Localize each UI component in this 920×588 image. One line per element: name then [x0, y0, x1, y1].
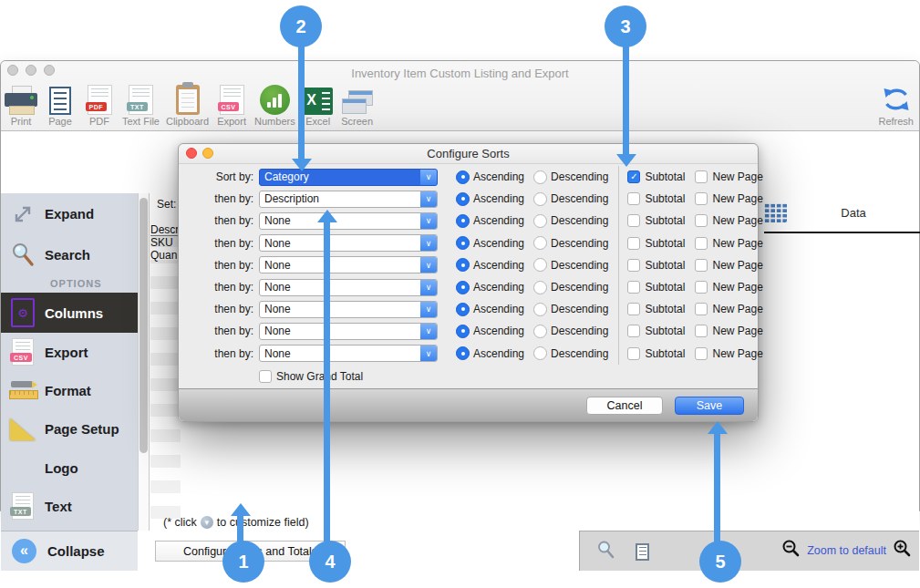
subtotal-checkbox[interactable]: [627, 259, 640, 272]
sort-field-dropdown[interactable]: None ∨: [259, 279, 438, 296]
export-csv-icon: CSV: [1, 338, 45, 366]
numbers-button[interactable]: Numbers: [254, 81, 295, 127]
descending-radio[interactable]: [533, 325, 547, 338]
sidebar-item-columns[interactable]: ⚙ Columns: [1, 293, 138, 333]
chevron-down-icon[interactable]: ∨: [420, 346, 437, 361]
subtotal-checkbox[interactable]: [627, 347, 640, 360]
subtotal-checkbox[interactable]: ✓: [627, 170, 640, 183]
sort-row: then by: None ∨ Ascending Descending Sub…: [179, 343, 758, 365]
ascending-radio[interactable]: [456, 325, 470, 338]
sidebar-collapse-button[interactable]: « Collapse: [1, 531, 138, 571]
screen-button[interactable]: Screen: [341, 81, 374, 127]
zoom-out-icon[interactable]: [781, 539, 801, 562]
pdf-button[interactable]: PDF PDF: [83, 81, 116, 127]
row-divider: [618, 298, 619, 320]
sidebar-item-page-setup[interactable]: Page Setup: [1, 409, 138, 449]
new-page-checkbox[interactable]: [695, 281, 708, 294]
ascending-radio[interactable]: [456, 214, 470, 228]
ascending-radio[interactable]: [456, 303, 470, 316]
sort-field-dropdown[interactable]: None ∨: [259, 301, 438, 318]
ascending-radio[interactable]: [456, 236, 470, 250]
descending-radio[interactable]: [533, 303, 547, 316]
subtotal-checkbox[interactable]: [627, 192, 640, 205]
chevron-down-icon[interactable]: ∨: [420, 213, 437, 229]
zoom-in-icon[interactable]: [893, 539, 912, 562]
sort-field-dropdown[interactable]: None ∨: [259, 234, 438, 252]
new-page-checkbox[interactable]: [695, 214, 708, 227]
chevron-down-icon[interactable]: ∨: [420, 170, 437, 185]
data-table-icon[interactable]: [763, 202, 787, 222]
descending-radio[interactable]: [533, 236, 547, 250]
annotation-arrow-5: [708, 421, 728, 434]
descending-radio[interactable]: [533, 192, 547, 206]
descending-radio[interactable]: [533, 258, 547, 272]
new-page-checkbox[interactable]: [695, 325, 708, 337]
refresh-button[interactable]: Refresh: [878, 81, 914, 127]
sort-row: then by: None ∨ Ascending Descending Sub…: [179, 276, 758, 298]
format-ruler-icon: [1, 379, 45, 401]
page-button[interactable]: Page: [44, 81, 77, 127]
export-csv-button[interactable]: CSV Export: [215, 81, 248, 127]
new-page-checkbox[interactable]: [695, 237, 708, 250]
ascending-radio[interactable]: [456, 346, 470, 360]
dialog-titlebar[interactable]: Configure Sorts: [179, 144, 758, 164]
zoom-to-default-link[interactable]: Zoom to default: [807, 544, 886, 557]
sort-field-dropdown[interactable]: Description ∨: [259, 191, 438, 208]
sort-row: then by: None ∨ Ascending Descending Sub…: [179, 320, 758, 342]
ascending-radio[interactable]: [456, 192, 470, 206]
chevron-down-icon[interactable]: ∨: [420, 324, 437, 339]
sort-field-dropdown[interactable]: None ∨: [259, 212, 438, 230]
print-icon: [5, 81, 37, 115]
chevron-down-icon[interactable]: ∨: [420, 280, 437, 295]
sidebar-scrollbar-thumb[interactable]: [140, 198, 148, 453]
new-page-checkbox[interactable]: [695, 303, 708, 315]
save-button[interactable]: Save: [675, 397, 744, 415]
sidebar-item-search[interactable]: Search: [1, 234, 138, 274]
clipboard-button[interactable]: Clipboard: [166, 81, 209, 127]
sidebar-item-format[interactable]: Format: [1, 371, 138, 409]
chevron-down-icon[interactable]: ∨: [420, 257, 437, 273]
sort-row: then by: Description ∨ Ascending Descend…: [179, 188, 758, 210]
descending-radio[interactable]: [533, 170, 547, 184]
subtotal-checkbox[interactable]: [627, 303, 640, 315]
field-list-item[interactable]: SKU: [150, 236, 181, 249]
subtotal-checkbox[interactable]: [627, 214, 640, 227]
new-page-checkbox[interactable]: [695, 170, 708, 183]
chevron-down-icon[interactable]: ∨: [420, 235, 437, 251]
excel-button[interactable]: X Excel: [302, 81, 335, 127]
tab-data[interactable]: Data: [822, 206, 885, 220]
sort-field-dropdown[interactable]: Category ∨: [259, 169, 438, 186]
annotation-arrow-4: [317, 210, 337, 222]
descending-radio[interactable]: [533, 281, 547, 294]
descending-radio[interactable]: [533, 346, 547, 360]
new-page-checkbox[interactable]: [695, 192, 708, 205]
ascending-radio[interactable]: [456, 170, 470, 184]
subtotal-checkbox[interactable]: [627, 237, 640, 250]
subtotal-checkbox[interactable]: [627, 325, 640, 337]
preview-page-icon[interactable]: [636, 543, 649, 561]
field-list-header[interactable]: Descr: [150, 223, 181, 236]
sidebar-item-export[interactable]: CSV Export: [1, 333, 138, 371]
ascending-radio[interactable]: [456, 281, 470, 294]
dialog-close-button[interactable]: [186, 148, 197, 159]
text-file-button[interactable]: TXT Text File: [122, 81, 160, 127]
descending-radio[interactable]: [533, 214, 547, 228]
sidebar-item-text[interactable]: TXT Text: [1, 487, 138, 525]
cancel-button[interactable]: Cancel: [586, 397, 663, 415]
field-list-item[interactable]: Quan: [150, 249, 181, 262]
sort-field-dropdown[interactable]: None ∨: [259, 323, 438, 340]
sort-field-dropdown[interactable]: None ∨: [259, 345, 438, 362]
subtotal-checkbox[interactable]: [627, 281, 640, 294]
grand-total-checkbox[interactable]: [259, 370, 272, 383]
sidebar-item-logo[interactable]: Logo: [1, 449, 138, 487]
ascending-radio[interactable]: [456, 258, 470, 272]
sort-field-dropdown[interactable]: None ∨: [259, 256, 438, 273]
preview-search-icon[interactable]: [596, 540, 615, 563]
new-page-checkbox[interactable]: [695, 259, 708, 272]
chevron-down-icon[interactable]: ∨: [420, 191, 437, 207]
dialog-minimize-button[interactable]: [202, 148, 213, 159]
chevron-down-icon[interactable]: ∨: [420, 302, 437, 317]
new-page-checkbox[interactable]: [695, 347, 708, 360]
sidebar-item-expand[interactable]: Expand: [1, 193, 138, 234]
print-button[interactable]: Print: [5, 81, 37, 127]
